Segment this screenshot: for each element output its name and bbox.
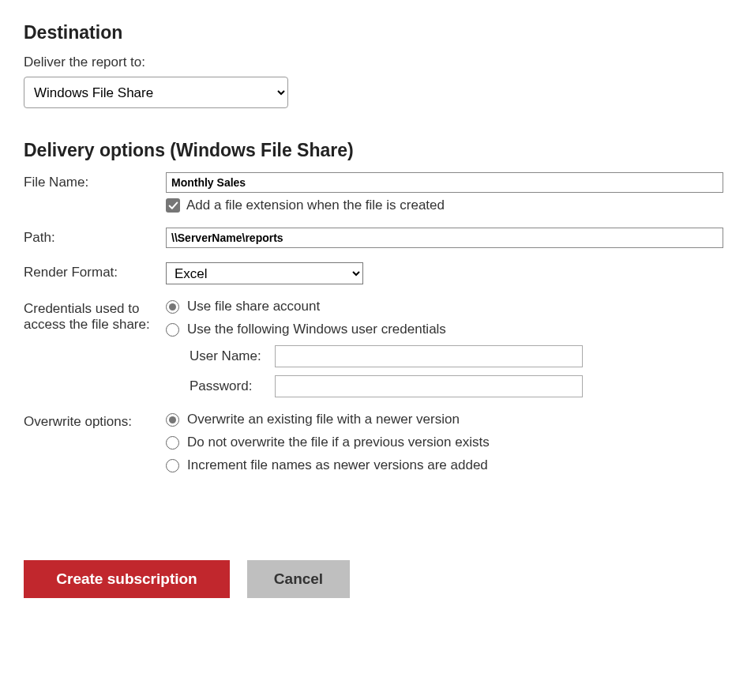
username-input[interactable] (275, 345, 583, 367)
render-format-select[interactable]: Excel (166, 262, 363, 284)
destination-section: Destination Deliver the report to: Windo… (24, 22, 723, 108)
delivery-options-section: Delivery options (Windows File Share) Fi… (24, 140, 723, 473)
deliver-to-select[interactable]: Windows File Share (24, 77, 288, 108)
radio-overwrite-label: Overwrite an existing file with a newer … (187, 412, 460, 427)
check-icon (166, 198, 180, 213)
credentials-label: Credentials used to access the file shar… (24, 299, 158, 333)
render-format-label: Render Format: (24, 262, 158, 280)
radio-overwrite[interactable]: Overwrite an existing file with a newer … (166, 412, 723, 427)
radio-share-label: Use file share account (187, 299, 320, 314)
password-label: Password: (190, 378, 268, 394)
deliver-to-label: Deliver the report to: (24, 55, 723, 70)
radio-icon (166, 300, 179, 314)
path-input[interactable] (166, 228, 723, 248)
create-subscription-button[interactable]: Create subscription (24, 560, 230, 598)
radio-icon (166, 413, 179, 427)
file-name-input[interactable] (166, 172, 723, 193)
radio-donot-overwrite[interactable]: Do not overwrite the file if a previous … (166, 435, 723, 450)
cancel-button[interactable]: Cancel (247, 560, 350, 598)
radio-icon (166, 436, 179, 450)
password-input[interactable] (275, 375, 583, 397)
radio-windows-label: Use the following Windows user credentia… (187, 322, 446, 337)
add-extension-checkbox[interactable]: Add a file extension when the file is cr… (166, 198, 723, 213)
radio-icon (166, 323, 179, 337)
file-name-label: File Name: (24, 172, 158, 190)
username-label: User Name: (190, 348, 268, 364)
radio-use-windows-creds[interactable]: Use the following Windows user credentia… (166, 322, 723, 337)
overwrite-label: Overwrite options: (24, 412, 158, 430)
radio-increment[interactable]: Increment file names as newer versions a… (166, 457, 723, 473)
add-extension-label: Add a file extension when the file is cr… (186, 198, 445, 213)
radio-use-file-share[interactable]: Use file share account (166, 299, 723, 314)
radio-donot-label: Do not overwrite the file if a previous … (187, 435, 490, 450)
radio-increment-label: Increment file names as newer versions a… (187, 457, 488, 473)
delivery-options-heading: Delivery options (Windows File Share) (24, 140, 723, 161)
destination-heading: Destination (24, 22, 723, 43)
action-buttons: Create subscription Cancel (24, 560, 723, 598)
radio-icon (166, 459, 179, 472)
path-label: Path: (24, 228, 158, 246)
